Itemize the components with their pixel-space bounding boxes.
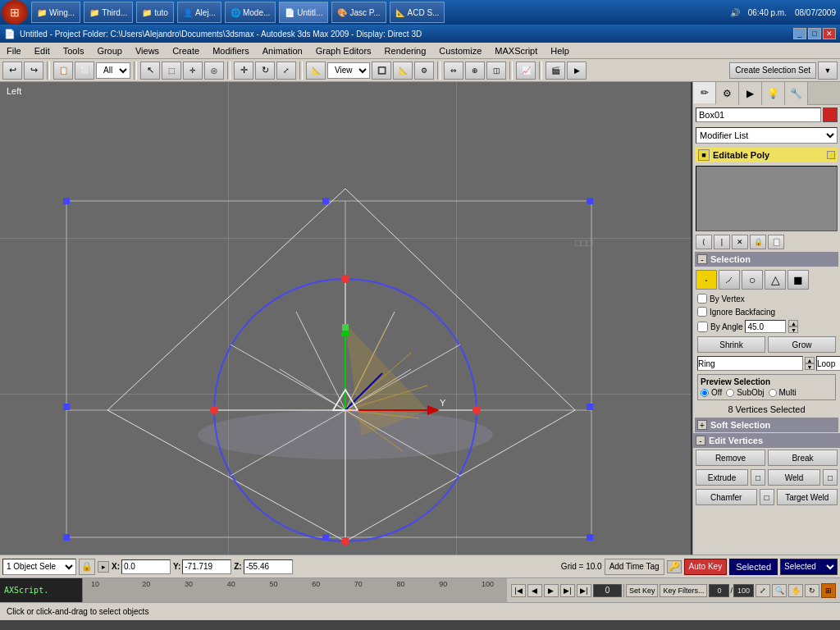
taskbar-wingftp[interactable]: 📁 Wing... — [31, 2, 80, 23]
spinner-snap[interactable]: ⚙ — [414, 62, 434, 80]
loop-input[interactable] — [816, 356, 840, 371]
redo-button[interactable]: ↪ — [24, 62, 43, 80]
ignore-backfacing-checkbox[interactable] — [697, 307, 707, 317]
maximize-viewport-btn[interactable]: ⊞ — [821, 583, 836, 598]
target-weld-button[interactable]: Target Weld — [777, 489, 838, 505]
goto-start-btn[interactable]: |◀ — [511, 584, 526, 597]
end-frame-input[interactable] — [733, 584, 754, 597]
modifier-stack[interactable] — [696, 166, 838, 231]
stack-nav-btn3[interactable]: ✕ — [732, 235, 748, 249]
key-icon[interactable]: 🔑 — [667, 560, 682, 573]
select-cross-button[interactable]: ✛ — [183, 62, 203, 80]
ep-expand-btn[interactable]: ■ — [698, 149, 710, 161]
edit-vertices-header[interactable]: - Edit Vertices — [693, 433, 840, 448]
extrude-button[interactable]: Extrude — [696, 469, 748, 486]
submode-vertex-btn[interactable]: · — [696, 270, 717, 290]
minimize-button[interactable]: _ — [793, 28, 806, 39]
move-button[interactable]: ✛ — [234, 62, 253, 80]
uniform-scale-button[interactable]: ⤢ — [276, 62, 296, 80]
x-input[interactable] — [121, 559, 171, 574]
pan-btn[interactable]: ✋ — [788, 584, 803, 597]
extrude-settings-button[interactable]: □ — [751, 469, 765, 486]
ring-spin-down[interactable]: ▼ — [805, 363, 815, 370]
angle-spin-up[interactable]: ▲ — [788, 320, 798, 326]
menu-tools[interactable]: Tools — [57, 44, 91, 57]
snap-toggle[interactable]: 🔲 — [372, 62, 391, 80]
y-input[interactable] — [182, 559, 231, 574]
shrink-button[interactable]: Shrink — [697, 336, 765, 353]
z-input[interactable] — [244, 559, 293, 574]
stack-nav-btn5[interactable]: 📋 — [768, 235, 784, 249]
taskbar-untitled[interactable]: 📄 Untitl... — [279, 2, 328, 23]
preview-subobj-radio[interactable] — [726, 389, 734, 397]
set-key-button[interactable]: Set Key — [626, 584, 659, 597]
selection-collapse-btn[interactable]: - — [697, 254, 707, 264]
object-selector-dropdown[interactable]: 1 Object Sele — [2, 559, 76, 575]
viewport-left[interactable]: Left — [0, 82, 692, 555]
stack-nav-btn2[interactable]: | — [714, 235, 730, 249]
stack-nav-btn4[interactable]: 🔒 — [750, 235, 766, 249]
remove-button[interactable]: Remove — [696, 450, 765, 466]
auto-key-button[interactable]: Auto Key — [684, 559, 728, 575]
menu-animation[interactable]: Animation — [256, 44, 309, 57]
tab-utilities[interactable]: 🔧 — [785, 82, 808, 105]
play-btn[interactable]: ▶ — [544, 584, 559, 597]
by-vertex-checkbox[interactable] — [697, 294, 707, 304]
maximize-button[interactable]: □ — [808, 28, 821, 39]
grow-button[interactable]: Grow — [768, 336, 836, 353]
key-filters-button[interactable]: Key Filters... — [660, 584, 707, 597]
soft-selection-header[interactable]: + Soft Selection — [695, 418, 838, 432]
editable-poly-header[interactable]: ■ Editable Poly — [696, 148, 838, 162]
object-name-input[interactable] — [696, 107, 821, 122]
by-angle-checkbox[interactable] — [697, 322, 708, 332]
modifier-list-dropdown[interactable]: Modifier List — [696, 127, 838, 144]
submode-border-btn[interactable]: ○ — [742, 270, 763, 290]
taskbar-acds[interactable]: 📐 ACD S... — [390, 2, 445, 23]
start-frame-input[interactable] — [709, 584, 729, 597]
menu-group[interactable]: Group — [90, 44, 129, 57]
tab-motion[interactable]: ▶ — [739, 82, 762, 105]
menu-maxscript[interactable]: MAXScript — [488, 44, 544, 57]
ring-spin-up[interactable]: ▲ — [805, 357, 815, 363]
menu-customize[interactable]: Customize — [432, 44, 488, 57]
add-time-tag-button[interactable]: Add Time Tag — [605, 559, 664, 575]
select-button[interactable]: ↖ — [140, 62, 160, 80]
submode-edge-btn[interactable]: ⟋ — [719, 270, 740, 290]
tab-modify[interactable]: ✏ — [693, 82, 716, 105]
zoom-btn[interactable]: 🔍 — [772, 584, 787, 597]
soft-selection-expand-btn[interactable]: + — [697, 420, 707, 430]
selection-filter-dropdown[interactable]: All — [96, 62, 130, 79]
edit-vertices-collapse-btn[interactable]: - — [696, 436, 705, 445]
rectangular-select-button[interactable]: ⬜ — [75, 62, 94, 80]
taskbar-third[interactable]: 📁 Third... — [84, 2, 133, 23]
rotate-button[interactable]: ↻ — [255, 62, 275, 80]
mirror-button[interactable]: ⇔ — [444, 62, 463, 80]
chamfer-button[interactable]: Chamfer — [696, 489, 757, 505]
submode-element-btn[interactable]: ◼ — [788, 270, 809, 290]
angle-spin-down[interactable]: ▼ — [788, 326, 798, 333]
weld-settings-button[interactable]: □ — [823, 469, 838, 486]
taskbar-tuto[interactable]: 📁 tuto — [136, 2, 174, 23]
angle-snap[interactable]: 📐 — [393, 62, 413, 80]
select-by-name-button[interactable]: 📋 — [53, 62, 73, 80]
taskbar-alej[interactable]: 👤 Alej... — [177, 2, 221, 23]
menu-help[interactable]: Help — [544, 44, 576, 57]
ring-input[interactable] — [697, 356, 803, 371]
preview-multi-radio[interactable] — [769, 389, 777, 397]
menu-modifiers[interactable]: Modifiers — [206, 44, 256, 57]
menu-edit[interactable]: Edit — [28, 44, 57, 57]
selection-section-header[interactable]: - Selection — [695, 252, 838, 267]
zoom-extents-btn[interactable]: ⤢ — [756, 584, 770, 597]
start-button[interactable]: ⊞ — [2, 0, 28, 25]
preview-off-radio[interactable] — [701, 389, 709, 397]
taskbar-jasc[interactable]: 🎨 Jasc P... — [331, 2, 386, 23]
layer-button[interactable]: ◫ — [486, 62, 506, 80]
tab-display[interactable]: 💡 — [762, 82, 785, 105]
close-button[interactable]: ✕ — [823, 28, 836, 39]
stack-nav-btn1[interactable]: ⟨ — [696, 235, 712, 249]
menu-create[interactable]: Create — [166, 44, 206, 57]
circle-select-button[interactable]: ◎ — [204, 62, 224, 80]
goto-end-btn[interactable]: ▶| — [577, 584, 591, 597]
current-frame-input[interactable] — [593, 584, 622, 597]
taskbar-mode[interactable]: 🌐 Mode... — [225, 2, 276, 23]
